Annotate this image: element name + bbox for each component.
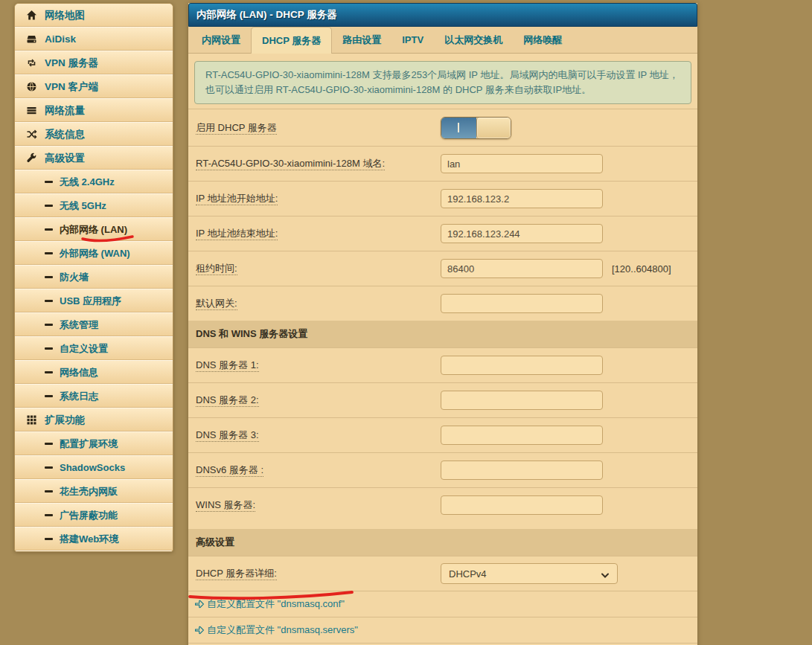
- form-row-enable-dhcp: 启用 DHCP 服务器: [188, 109, 697, 146]
- row-label: DNS 服务器 2:: [188, 394, 441, 407]
- traffic-bars-icon: [25, 105, 37, 117]
- sidebar-item-vpn-server[interactable]: VPN 服务器: [15, 51, 173, 75]
- sidebar-subitem-label: USB 应用程序: [60, 295, 121, 308]
- info-banner: RT-AC54U-GPIO-30-xiaomimini-128M 支持最多253…: [194, 61, 691, 104]
- sidebar-item-traffic[interactable]: 网络流量: [15, 99, 173, 123]
- dns2-input[interactable]: [441, 391, 603, 410]
- sidebar-item-aidisk[interactable]: AiDisk: [15, 28, 173, 51]
- sidebar-item-firewall[interactable]: 防火墙: [15, 266, 173, 289]
- dash-icon: [45, 490, 53, 492]
- row-label: DNSv6 服务器 :: [188, 463, 441, 477]
- sidebar-item-wan[interactable]: 外部网络 (WAN): [15, 242, 173, 266]
- form-row-ip-pool-end: IP 地址池结束地址:: [188, 216, 697, 251]
- form-row-default-gateway: 默认网关:: [188, 286, 697, 321]
- sidebar-item-system-log[interactable]: 系统日志: [15, 385, 173, 408]
- row-label: DNS 服务器 1:: [188, 359, 441, 372]
- dhcp-enable-toggle[interactable]: [441, 117, 511, 139]
- sidebar-item-label: 扩展功能: [45, 414, 85, 427]
- sidebar-subitem-label: 花生壳内网版: [60, 485, 118, 498]
- sidebar-item-lan[interactable]: 内部网络 (LAN): [15, 218, 173, 242]
- sidebar-subitem-label: 自定义设置: [60, 342, 108, 356]
- row-label: 启用 DHCP 服务器: [188, 121, 441, 135]
- hand-pointer-icon: [194, 599, 205, 609]
- tab-route-settings[interactable]: 路由设置: [332, 27, 391, 53]
- dhcp-detail-select[interactable]: DHCPv4: [441, 563, 618, 584]
- page-title: 内部网络 (LAN) - DHCP 服务器: [188, 3, 697, 27]
- sidebar-item-web-env[interactable]: 搭建Web环境: [15, 527, 173, 551]
- link-row-dnsmasq-servers: 自定义配置文件 "dnsmasq.servers": [188, 617, 697, 643]
- disk-icon: [25, 33, 37, 45]
- home-icon: [25, 10, 37, 22]
- shuffle-icon: [25, 129, 37, 141]
- dash-icon: [45, 181, 53, 183]
- sidebar-item-wireless-5ghz[interactable]: 无线 5GHz: [15, 194, 173, 218]
- wins-input[interactable]: [441, 495, 603, 515]
- section-header-advanced: 高级设置: [188, 529, 697, 556]
- wrench-icon: [25, 153, 37, 164]
- toggle-knob: [476, 118, 511, 138]
- sidebar-subitem-label: 广告屏蔽功能: [60, 509, 118, 522]
- sidebar-item-system-admin[interactable]: 系统管理: [15, 313, 173, 337]
- dns1-input[interactable]: [441, 356, 603, 375]
- hand-pointer-icon: [194, 625, 205, 635]
- sidebar-subitem-label: 系统日志: [60, 390, 98, 403]
- sidebar-item-network-map[interactable]: 网络地图: [15, 4, 173, 28]
- default-gateway-input[interactable]: [441, 294, 603, 313]
- custom-config-dnsmasq-conf-link[interactable]: 自定义配置文件 "dnsmasq.conf": [207, 597, 345, 611]
- dash-icon: [45, 252, 53, 254]
- form-row-dns1: DNS 服务器 1:: [188, 347, 697, 382]
- sidebar-subitem-label: 搭建Web环境: [60, 533, 118, 546]
- dash-icon: [45, 205, 53, 207]
- sidebar-item-wireless-24ghz[interactable]: 无线 2.4GHz: [15, 170, 173, 194]
- sidebar-item-adblock[interactable]: 广告屏蔽功能: [15, 504, 173, 527]
- lease-time-input[interactable]: [441, 259, 603, 278]
- sidebar-item-label: VPN 客户端: [45, 80, 98, 94]
- sidebar-item-usb-apps[interactable]: USB 应用程序: [15, 289, 173, 313]
- dash-icon: [45, 300, 53, 302]
- tab-ethernet-switch[interactable]: 以太网交换机: [434, 27, 513, 53]
- sidebar-item-network-info[interactable]: 网络信息: [15, 361, 173, 385]
- chevron-down-icon: [601, 570, 610, 581]
- sidebar-subitem-label: 配置扩展环境: [60, 437, 118, 451]
- tab-lan-settings[interactable]: 内网设置: [191, 27, 251, 53]
- section-header-dns-wins: DNS 和 WINS 服务器设置: [188, 321, 697, 347]
- sidebar-item-label: 高级设置: [45, 152, 85, 165]
- tab-bar: 内网设置 DHCP 服务器 路由设置 IPTV 以太网交换机 网络唤醒: [188, 27, 697, 54]
- dash-icon: [45, 538, 53, 540]
- dash-icon: [45, 228, 53, 231]
- sidebar-item-extensions[interactable]: 扩展功能: [15, 408, 173, 432]
- form-row-dnsv6: DNSv6 服务器 :: [188, 452, 697, 487]
- form-row-domain: RT-AC54U-GPIO-30-xiaomimini-128M 域名:: [188, 146, 697, 181]
- sidebar-subitem-label: 内部网络 (LAN): [60, 223, 127, 237]
- dnsv6-input[interactable]: [441, 461, 603, 480]
- dash-icon: [45, 395, 53, 397]
- ip-pool-end-input[interactable]: [441, 224, 603, 243]
- lease-time-range-hint: [120..604800]: [612, 263, 671, 275]
- form-row-lease-time: 租约时间: [120..604800]: [188, 251, 697, 286]
- toggle-on-glyph: [458, 123, 459, 132]
- sidebar-item-vpn-client[interactable]: VPN 客户端: [15, 75, 173, 99]
- dns3-input[interactable]: [441, 426, 603, 445]
- dash-icon: [45, 371, 53, 373]
- tab-iptv[interactable]: IPTV: [391, 27, 434, 53]
- sidebar-item-custom-settings[interactable]: 自定义设置: [15, 337, 173, 361]
- sidebar-item-ext-env[interactable]: 配置扩展环境: [15, 432, 173, 456]
- sidebar: 网络地图 AiDisk VPN 服务器 VPN 客户端 网络流量 系统信息: [14, 3, 173, 552]
- sidebar-subitem-label: 无线 5GHz: [60, 199, 106, 213]
- sidebar-item-system-info[interactable]: 系统信息: [15, 123, 173, 147]
- sidebar-item-advanced-settings[interactable]: 高级设置: [15, 147, 173, 170]
- row-label: IP 地址池结束地址:: [188, 227, 441, 240]
- row-label: DNS 服务器 3:: [188, 429, 441, 442]
- sidebar-item-label: VPN 服务器: [45, 57, 98, 70]
- custom-config-dnsmasq-servers-link[interactable]: 自定义配置文件 "dnsmasq.servers": [207, 623, 358, 637]
- dash-icon: [45, 324, 53, 326]
- domain-input[interactable]: [441, 154, 603, 173]
- form-row-dhcp-detail: DHCP 服务器详细: DHCPv4: [188, 556, 697, 591]
- sidebar-item-shadowsocks[interactable]: ShadowSocks: [15, 456, 173, 480]
- sidebar-item-oray[interactable]: 花生壳内网版: [15, 480, 173, 504]
- tab-dhcp-server[interactable]: DHCP 服务器: [251, 27, 332, 54]
- tab-wake-on-lan[interactable]: 网络唤醒: [513, 27, 572, 53]
- dhcp-detail-selected-value: DHCPv4: [449, 568, 487, 580]
- sidebar-item-label: 网络流量: [45, 104, 85, 118]
- ip-pool-start-input[interactable]: [441, 189, 603, 208]
